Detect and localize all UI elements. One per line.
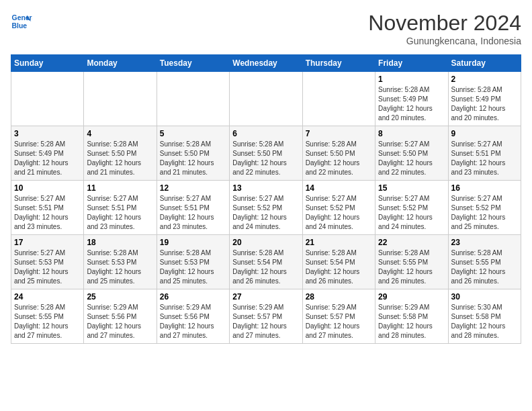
day-info: Sunrise: 5:27 AMSunset: 5:52 PMDaylight:… bbox=[232, 194, 299, 232]
calendar-cell: 17Sunrise: 5:27 AMSunset: 5:53 PMDayligh… bbox=[11, 235, 84, 289]
calendar-cell bbox=[230, 72, 302, 126]
calendar-cell: 2Sunrise: 5:28 AMSunset: 5:49 PMDaylight… bbox=[448, 72, 521, 126]
location-subtitle: Gunungkencana, Indonesia bbox=[368, 36, 521, 46]
calendar-cell: 11Sunrise: 5:27 AMSunset: 5:51 PMDayligh… bbox=[84, 181, 157, 235]
calendar-cell: 20Sunrise: 5:28 AMSunset: 5:54 PMDayligh… bbox=[230, 235, 302, 289]
day-number: 18 bbox=[87, 238, 153, 247]
calendar-cell: 23Sunrise: 5:28 AMSunset: 5:55 PMDayligh… bbox=[448, 235, 521, 289]
day-number: 22 bbox=[378, 238, 445, 247]
calendar-cell: 12Sunrise: 5:27 AMSunset: 5:51 PMDayligh… bbox=[157, 181, 229, 235]
logo-icon: General Blue bbox=[11, 11, 32, 32]
day-info: Sunrise: 5:27 AMSunset: 5:51 PMDaylight:… bbox=[160, 194, 226, 232]
weekday-header-tuesday: Tuesday bbox=[157, 55, 229, 72]
calendar-cell: 18Sunrise: 5:28 AMSunset: 5:53 PMDayligh… bbox=[84, 235, 157, 289]
day-number: 11 bbox=[87, 183, 153, 193]
day-info: Sunrise: 5:27 AMSunset: 5:51 PMDaylight:… bbox=[451, 140, 518, 177]
calendar-cell: 15Sunrise: 5:27 AMSunset: 5:52 PMDayligh… bbox=[375, 181, 448, 235]
calendar-cell: 29Sunrise: 5:29 AMSunset: 5:58 PMDayligh… bbox=[375, 289, 448, 344]
calendar-cell: 30Sunrise: 5:30 AMSunset: 5:58 PMDayligh… bbox=[448, 289, 521, 344]
weekday-header-wednesday: Wednesday bbox=[230, 55, 302, 72]
day-number: 24 bbox=[14, 292, 81, 302]
svg-text:General: General bbox=[12, 14, 32, 21]
day-info: Sunrise: 5:28 AMSunset: 5:54 PMDaylight:… bbox=[306, 248, 372, 286]
day-number: 9 bbox=[451, 129, 518, 138]
calendar-cell: 6Sunrise: 5:28 AMSunset: 5:50 PMDaylight… bbox=[230, 126, 302, 181]
calendar-cell: 7Sunrise: 5:28 AMSunset: 5:50 PMDaylight… bbox=[302, 126, 375, 181]
calendar-cell: 10Sunrise: 5:27 AMSunset: 5:51 PMDayligh… bbox=[11, 181, 84, 235]
day-number: 16 bbox=[451, 183, 518, 193]
day-info: Sunrise: 5:28 AMSunset: 5:54 PMDaylight:… bbox=[232, 248, 299, 286]
day-info: Sunrise: 5:29 AMSunset: 5:57 PMDaylight:… bbox=[232, 303, 299, 340]
day-info: Sunrise: 5:27 AMSunset: 5:51 PMDaylight:… bbox=[14, 194, 81, 232]
day-info: Sunrise: 5:29 AMSunset: 5:56 PMDaylight:… bbox=[160, 303, 226, 340]
calendar-cell bbox=[302, 72, 375, 126]
calendar-cell: 25Sunrise: 5:29 AMSunset: 5:56 PMDayligh… bbox=[84, 289, 157, 344]
day-info: Sunrise: 5:30 AMSunset: 5:58 PMDaylight:… bbox=[451, 303, 518, 340]
day-info: Sunrise: 5:29 AMSunset: 5:58 PMDaylight:… bbox=[378, 303, 445, 340]
calendar-cell: 4Sunrise: 5:28 AMSunset: 5:50 PMDaylight… bbox=[84, 126, 157, 181]
day-info: Sunrise: 5:27 AMSunset: 5:52 PMDaylight:… bbox=[451, 194, 518, 232]
day-number: 4 bbox=[87, 129, 153, 138]
day-number: 29 bbox=[378, 292, 445, 302]
calendar-table: SundayMondayTuesdayWednesdayThursdayFrid… bbox=[11, 54, 521, 344]
day-info: Sunrise: 5:28 AMSunset: 5:55 PMDaylight:… bbox=[451, 248, 518, 286]
day-number: 15 bbox=[378, 183, 445, 193]
logo: General Blue bbox=[11, 11, 32, 32]
month-title: November 2024 bbox=[368, 11, 521, 36]
calendar-cell: 19Sunrise: 5:28 AMSunset: 5:53 PMDayligh… bbox=[157, 235, 229, 289]
day-number: 25 bbox=[87, 292, 153, 302]
day-info: Sunrise: 5:28 AMSunset: 5:53 PMDaylight:… bbox=[160, 248, 226, 286]
day-info: Sunrise: 5:28 AMSunset: 5:55 PMDaylight:… bbox=[14, 303, 81, 340]
day-number: 12 bbox=[160, 183, 226, 193]
day-info: Sunrise: 5:27 AMSunset: 5:52 PMDaylight:… bbox=[306, 194, 372, 232]
day-number: 23 bbox=[451, 238, 518, 247]
title-block: November 2024 Gunungkencana, Indonesia bbox=[368, 11, 521, 46]
svg-text:Blue: Blue bbox=[12, 22, 28, 30]
day-info: Sunrise: 5:27 AMSunset: 5:52 PMDaylight:… bbox=[378, 194, 445, 232]
calendar-cell: 9Sunrise: 5:27 AMSunset: 5:51 PMDaylight… bbox=[448, 126, 521, 181]
day-number: 10 bbox=[14, 183, 81, 193]
day-info: Sunrise: 5:28 AMSunset: 5:50 PMDaylight:… bbox=[87, 140, 153, 177]
day-number: 2 bbox=[451, 75, 518, 84]
day-number: 13 bbox=[232, 183, 299, 193]
weekday-header-thursday: Thursday bbox=[302, 55, 375, 72]
day-info: Sunrise: 5:29 AMSunset: 5:57 PMDaylight:… bbox=[306, 303, 372, 340]
day-info: Sunrise: 5:28 AMSunset: 5:50 PMDaylight:… bbox=[306, 140, 372, 177]
day-number: 14 bbox=[306, 183, 372, 193]
day-number: 17 bbox=[14, 238, 81, 247]
day-info: Sunrise: 5:28 AMSunset: 5:49 PMDaylight:… bbox=[14, 140, 81, 177]
calendar-cell: 22Sunrise: 5:28 AMSunset: 5:55 PMDayligh… bbox=[375, 235, 448, 289]
calendar-cell: 1Sunrise: 5:28 AMSunset: 5:49 PMDaylight… bbox=[375, 72, 448, 126]
weekday-header-sunday: Sunday bbox=[11, 55, 84, 72]
day-number: 21 bbox=[306, 238, 372, 247]
day-number: 19 bbox=[160, 238, 226, 247]
weekday-header-monday: Monday bbox=[84, 55, 157, 72]
day-info: Sunrise: 5:27 AMSunset: 5:51 PMDaylight:… bbox=[87, 194, 153, 232]
day-info: Sunrise: 5:28 AMSunset: 5:53 PMDaylight:… bbox=[87, 248, 153, 286]
calendar-cell bbox=[11, 72, 84, 126]
day-number: 7 bbox=[306, 129, 372, 138]
day-number: 26 bbox=[160, 292, 226, 302]
page-header: General Blue November 2024 Gunungkencana… bbox=[11, 11, 521, 46]
day-info: Sunrise: 5:28 AMSunset: 5:49 PMDaylight:… bbox=[451, 85, 518, 123]
day-number: 8 bbox=[378, 129, 445, 138]
day-number: 1 bbox=[378, 75, 445, 84]
calendar-cell: 16Sunrise: 5:27 AMSunset: 5:52 PMDayligh… bbox=[448, 181, 521, 235]
day-number: 6 bbox=[232, 129, 299, 138]
calendar-cell bbox=[157, 72, 229, 126]
day-info: Sunrise: 5:28 AMSunset: 5:50 PMDaylight:… bbox=[232, 140, 299, 177]
day-info: Sunrise: 5:27 AMSunset: 5:50 PMDaylight:… bbox=[378, 140, 445, 177]
calendar-cell: 21Sunrise: 5:28 AMSunset: 5:54 PMDayligh… bbox=[302, 235, 375, 289]
calendar-cell: 27Sunrise: 5:29 AMSunset: 5:57 PMDayligh… bbox=[230, 289, 302, 344]
calendar-cell: 8Sunrise: 5:27 AMSunset: 5:50 PMDaylight… bbox=[375, 126, 448, 181]
calendar-cell bbox=[84, 72, 157, 126]
calendar-cell: 24Sunrise: 5:28 AMSunset: 5:55 PMDayligh… bbox=[11, 289, 84, 344]
calendar-cell: 5Sunrise: 5:28 AMSunset: 5:50 PMDaylight… bbox=[157, 126, 229, 181]
day-number: 3 bbox=[14, 129, 81, 138]
weekday-header-saturday: Saturday bbox=[448, 55, 521, 72]
calendar-cell: 13Sunrise: 5:27 AMSunset: 5:52 PMDayligh… bbox=[230, 181, 302, 235]
calendar-cell: 26Sunrise: 5:29 AMSunset: 5:56 PMDayligh… bbox=[157, 289, 229, 344]
day-info: Sunrise: 5:28 AMSunset: 5:49 PMDaylight:… bbox=[378, 85, 445, 123]
calendar-cell: 14Sunrise: 5:27 AMSunset: 5:52 PMDayligh… bbox=[302, 181, 375, 235]
day-number: 30 bbox=[451, 292, 518, 302]
